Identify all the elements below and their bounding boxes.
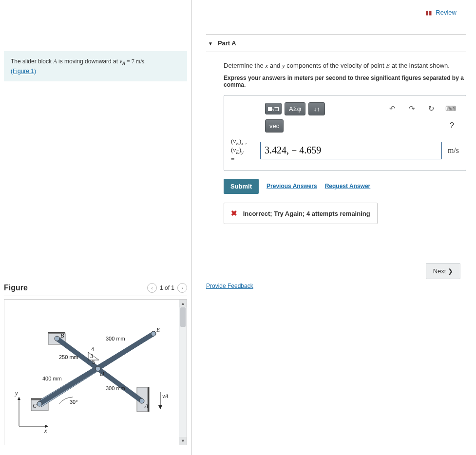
next-button[interactable]: Next ❯ — [426, 263, 460, 279]
undo-button[interactable]: ↶ — [384, 102, 400, 115]
svg-text:5: 5 — [92, 359, 95, 365]
previous-answers-link[interactable]: Previous Answers — [267, 183, 317, 190]
svg-point-12 — [151, 331, 156, 336]
scroll-up-icon[interactable]: ▲ — [179, 300, 187, 307]
review-link[interactable]: ▮▮ Review — [425, 9, 457, 16]
svg-marker-18 — [18, 397, 20, 400]
svg-text:4: 4 — [91, 346, 94, 352]
svg-point-9 — [55, 336, 59, 341]
svg-text:B: B — [60, 332, 64, 339]
answer-unit: m/s — [448, 146, 459, 155]
figure-pager: ‹ 1 of 1 › — [147, 283, 187, 293]
reset-button[interactable]: ↻ — [423, 102, 439, 115]
help-button[interactable]: ? — [450, 121, 454, 130]
svg-text:C: C — [33, 402, 37, 409]
mechanism-diagram: B E D A C y x vA 300 mm 300 mm 250 mm 40… — [14, 314, 175, 436]
part-description: Determine the x and y components of the … — [224, 61, 466, 71]
redo-button[interactable]: ↷ — [403, 102, 420, 115]
svg-text:250 mm: 250 mm — [59, 354, 78, 360]
collapse-icon: ▼ — [208, 41, 213, 46]
svg-text:30°: 30° — [70, 399, 78, 405]
math-templates-button[interactable]: √ — [265, 103, 282, 115]
answer-instructions: Express your answers in meters per secon… — [224, 75, 466, 88]
provide-feedback-link[interactable]: Provide Feedback — [206, 283, 253, 289]
svg-text:D: D — [99, 370, 104, 377]
answer-input[interactable] — [260, 142, 442, 159]
part-a-header[interactable]: ▼Part A — [206, 34, 466, 52]
figure-link[interactable]: (Figure 1) — [11, 68, 36, 75]
flag-icon: ▮▮ — [425, 9, 432, 16]
scroll-down-icon[interactable]: ▼ — [179, 437, 187, 445]
problem-intro: The slider block A is moving downward at… — [4, 51, 187, 81]
greek-symbols-button[interactable]: ΑΣφ — [285, 102, 305, 115]
vec-button[interactable]: vec — [265, 119, 284, 133]
pager-prev-button[interactable]: ‹ — [147, 283, 157, 293]
submit-button[interactable]: Submit — [224, 179, 259, 194]
figure-panel: Figure ‹ 1 of 1 › — [4, 283, 187, 450]
svg-text:3: 3 — [90, 353, 93, 359]
feedback-message: ✖ Incorrect; Try Again; 4 attempts remai… — [224, 203, 378, 224]
svg-text:A: A — [144, 402, 149, 409]
figure-scrollbar[interactable]: ▲ ▼ — [179, 300, 187, 445]
scroll-thumb[interactable] — [180, 307, 186, 327]
subscript-button[interactable]: ↓↑ — [308, 102, 325, 115]
svg-text:x: x — [44, 427, 47, 434]
svg-marker-20 — [158, 405, 162, 409]
figure-title: Figure — [4, 284, 28, 292]
incorrect-icon: ✖ — [231, 209, 237, 217]
answer-variable-label: (vE)x , (vE)y= — [231, 137, 260, 164]
request-answer-link[interactable]: Request Answer — [325, 183, 371, 190]
svg-text:E: E — [156, 326, 160, 333]
answer-box: √ ΑΣφ ↓↑ ↶ ↷ ↻ ⌨ vec ? (vE)x , — [224, 95, 466, 171]
svg-text:y: y — [15, 390, 18, 397]
svg-text:vA: vA — [162, 393, 169, 399]
svg-point-10 — [37, 401, 42, 406]
svg-text:300 mm: 300 mm — [106, 336, 125, 341]
pager-next-button[interactable]: › — [177, 283, 187, 293]
keyboard-button[interactable]: ⌨ — [442, 102, 459, 115]
figure-viewport: B E D A C y x vA 300 mm 300 mm 250 mm 40… — [4, 299, 187, 445]
svg-text:400 mm: 400 mm — [42, 376, 62, 381]
svg-text:300 mm: 300 mm — [106, 385, 125, 391]
svg-point-11 — [139, 398, 144, 403]
